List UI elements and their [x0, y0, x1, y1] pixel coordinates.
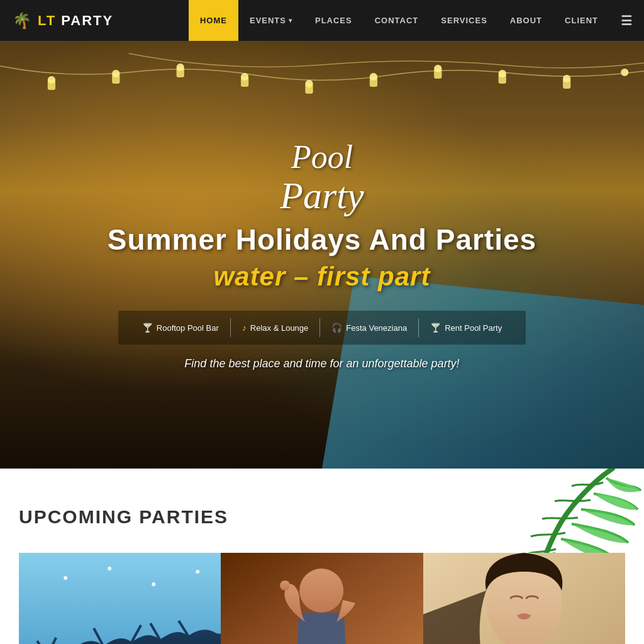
nav-client-link[interactable]: CLIENT — [553, 0, 609, 41]
svg-point-29 — [196, 570, 199, 574]
hero-main-title: Summer Holidays And Parties — [108, 223, 536, 257]
place-label-1: Rooftop Pool Bar — [157, 323, 219, 333]
card3-scene — [423, 553, 625, 644]
navbar-links: HOME EVENTS ▾ PLACES CONTACT SERVICES AB… — [189, 0, 644, 41]
headphones-icon: 🎧 — [331, 323, 342, 333]
svg-point-31 — [299, 569, 343, 613]
nav-events-link[interactable]: EVENTS ▾ — [238, 0, 304, 41]
nav-home-link[interactable]: HOME — [189, 0, 238, 41]
svg-point-28 — [152, 582, 155, 586]
nav-contact[interactable]: CONTACT — [364, 0, 430, 41]
cocktail-icon-1: 🍸 — [142, 323, 153, 333]
card1-scene — [19, 553, 221, 644]
party-text: Party — [280, 175, 364, 216]
party-card-3[interactable] — [423, 553, 625, 644]
nav-home[interactable]: HOME — [189, 0, 238, 41]
card2-scene — [221, 553, 423, 644]
hero-section: Pool Party Summer Holidays And Parties w… — [0, 41, 644, 469]
brand-lt-text: LT — [38, 13, 56, 29]
upcoming-section: UPCOMING PARTIES — [0, 469, 644, 644]
nav-about[interactable]: ABOUT — [499, 0, 553, 41]
svg-point-27 — [108, 567, 111, 570]
pool-party-heading: Pool Party — [280, 139, 364, 216]
place-item-4: 🍸 Rent Pool Party — [419, 323, 513, 333]
brand-party-text: PARTY — [61, 13, 113, 29]
nav-services-link[interactable]: SERVICES — [430, 0, 499, 41]
nav-services[interactable]: SERVICES — [430, 0, 499, 41]
nav-places[interactable]: PLACES — [304, 0, 364, 41]
party-card-2[interactable] — [221, 553, 423, 644]
nav-events[interactable]: EVENTS ▾ — [238, 0, 304, 41]
upcoming-title: UPCOMING PARTIES — [19, 506, 625, 528]
music-icon: ♪ — [242, 323, 247, 333]
place-item-1: 🍸 Rooftop Pool Bar — [131, 323, 230, 333]
place-label-2: Relax & Lounge — [250, 323, 309, 333]
hamburger-menu[interactable]: ☰ — [609, 0, 644, 41]
place-item-3: 🎧 Festa Veneziana — [320, 323, 418, 333]
hero-content: Pool Party Summer Holidays And Parties w… — [0, 41, 644, 469]
hero-subtitle: water – first part — [214, 262, 431, 292]
brand-tree-icon: 🌴 — [13, 12, 33, 30]
svg-point-32 — [280, 580, 290, 591]
pool-text: Pool — [291, 139, 353, 175]
nav-client[interactable]: CLIENT — [553, 0, 609, 41]
svg-rect-19 — [19, 553, 221, 644]
svg-point-26 — [64, 576, 67, 580]
place-label-4: Rent Pool Party — [445, 323, 502, 333]
brand-logo[interactable]: 🌴 LT PARTY — [0, 0, 126, 41]
hamburger-icon[interactable]: ☰ — [609, 0, 644, 41]
hero-cta-text: Find the best place and time for an unfo… — [184, 357, 459, 370]
navbar: 🌴 LT PARTY HOME EVENTS ▾ PLACES CONTACT … — [0, 0, 644, 41]
party-card-1[interactable] — [19, 553, 221, 644]
cocktail-icon-2: 🍸 — [430, 323, 441, 333]
hero-places-bar: 🍸 Rooftop Pool Bar ♪ Relax & Lounge 🎧 Fe… — [118, 311, 526, 345]
place-item-2: ♪ Relax & Lounge — [231, 323, 320, 333]
chevron-down-icon: ▾ — [289, 17, 292, 24]
nav-about-link[interactable]: ABOUT — [499, 0, 553, 41]
place-label-3: Festa Veneziana — [346, 323, 407, 333]
nav-places-link[interactable]: PLACES — [304, 0, 364, 41]
party-cards-grid — [19, 553, 625, 644]
nav-contact-link[interactable]: CONTACT — [364, 0, 430, 41]
